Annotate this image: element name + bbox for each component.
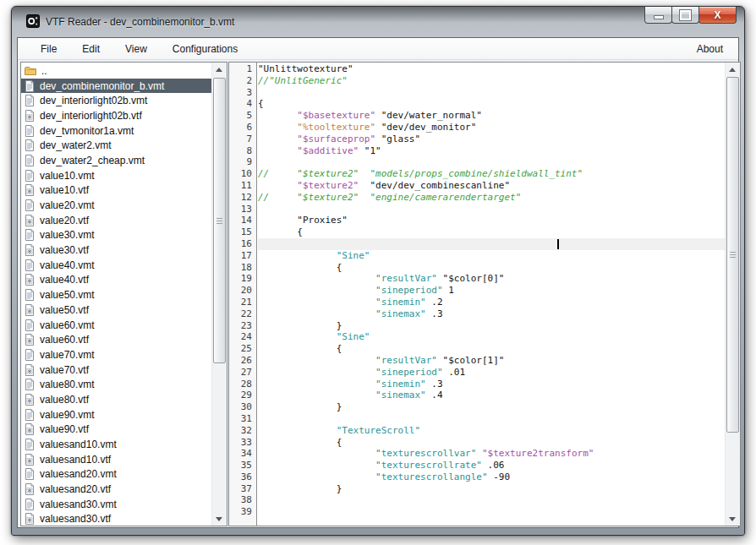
- file-name-label: valuesand30.vmt: [40, 499, 117, 510]
- list-item[interactable]: value40.vtf: [21, 273, 212, 288]
- list-item[interactable]: valuesand20.vtf: [21, 482, 212, 497]
- list-item[interactable]: value10.vtf: [21, 183, 212, 199]
- file-list-scroll-down-button[interactable]: [212, 512, 226, 526]
- list-item-parent-dir[interactable]: ..: [21, 63, 212, 79]
- content-area: ..dev_combinemonitor_b.vmtdev_interiorli…: [18, 60, 738, 527]
- editor-scroll-down-button[interactable]: [726, 512, 739, 526]
- list-item[interactable]: value70.vtf: [21, 362, 212, 378]
- code-line[interactable]: "resultVar" "$color[0]": [258, 273, 726, 285]
- list-item[interactable]: dev_interiorlight02b.vtf: [21, 108, 212, 123]
- file-name-label: value40.vmt: [40, 259, 95, 271]
- code-line[interactable]: "resultVar" "$color[1]": [258, 355, 726, 367]
- list-item[interactable]: value80.vmt: [21, 377, 212, 392]
- list-item[interactable]: valuesand20.vmt: [21, 467, 212, 482]
- list-item[interactable]: value50.vmt: [21, 287, 212, 302]
- code-line[interactable]: [258, 506, 726, 518]
- list-item[interactable]: valuesand10.vmt: [21, 437, 212, 452]
- list-item[interactable]: valuesand30.vtf: [21, 512, 212, 526]
- list-item[interactable]: valuesand30.vmt: [21, 497, 212, 512]
- code-line[interactable]: "Unlittwotexture": [258, 63, 726, 75]
- code-line[interactable]: // "$texture2" "models/props_combine/shi…: [258, 168, 726, 180]
- line-number: 13: [229, 204, 256, 215]
- list-item[interactable]: value60.vmt: [21, 318, 212, 333]
- code-line[interactable]: "sineperiod" .01: [258, 367, 726, 379]
- list-item[interactable]: value10.vmt: [21, 168, 212, 183]
- close-button[interactable]: X: [698, 7, 737, 24]
- code-line[interactable]: }: [258, 483, 726, 495]
- code-line[interactable]: "Proxies": [258, 215, 726, 226]
- code-line[interactable]: "sinemax" .4: [258, 390, 726, 401]
- list-item[interactable]: value40.vmt: [21, 258, 212, 273]
- code-line[interactable]: {: [258, 437, 726, 449]
- code-line[interactable]: }: [258, 401, 726, 413]
- code-line[interactable]: {: [258, 226, 726, 238]
- code-area[interactable]: "Unlittwotexture"//"UnlitGeneric"{ "$bas…: [258, 63, 726, 526]
- app-window: VTF Reader - dev_combinemonitor_b.vmt X …: [11, 6, 745, 536]
- menu-item-view[interactable]: View: [112, 40, 160, 58]
- editor-scrollbar-thumb[interactable]: [726, 77, 739, 433]
- menu-item-configurations[interactable]: Configurations: [160, 40, 250, 58]
- list-item[interactable]: value30.vtf: [21, 243, 212, 258]
- file-list-scrollbar[interactable]: [211, 63, 227, 526]
- list-item[interactable]: value20.vmt: [21, 198, 212, 213]
- code-line[interactable]: "Sine": [258, 250, 726, 262]
- code-line[interactable]: {: [258, 343, 726, 355]
- code-line[interactable]: "$texture2" "dev/dev_combinescanline": [258, 180, 726, 192]
- code-line[interactable]: "texturescrollangle" -90: [258, 471, 726, 483]
- code-line[interactable]: [258, 87, 726, 99]
- list-item[interactable]: value90.vtf: [21, 422, 212, 438]
- list-item[interactable]: dev_water2.vmt: [21, 138, 212, 153]
- list-item[interactable]: value80.vtf: [21, 392, 212, 407]
- menu-item-edit[interactable]: Edit: [69, 40, 112, 58]
- maximize-button[interactable]: [671, 7, 699, 24]
- title-bar[interactable]: VTF Reader - dev_combinemonitor_b.vmt X: [12, 7, 744, 37]
- code-line[interactable]: [258, 413, 726, 425]
- file-list[interactable]: ..dev_combinemonitor_b.vmtdev_interiorli…: [21, 63, 212, 526]
- code-line[interactable]: [258, 494, 726, 506]
- code-line[interactable]: [258, 238, 726, 250]
- list-item[interactable]: value50.vtf: [21, 302, 212, 318]
- list-item[interactable]: value60.vtf: [21, 332, 212, 347]
- list-item[interactable]: dev_water2_cheap.vmt: [21, 153, 212, 168]
- code-line[interactable]: "%tooltexture" "dev/dev_monitor": [258, 122, 726, 134]
- editor-scrollbar[interactable]: [725, 63, 740, 526]
- code-line[interactable]: "sinemax" .3: [258, 308, 726, 320]
- code-line[interactable]: "sinemin" .3: [258, 379, 726, 390]
- menu-item-file[interactable]: File: [28, 40, 69, 58]
- code-line[interactable]: {: [258, 98, 726, 110]
- file-list-scrollbar-thumb[interactable]: [213, 78, 226, 363]
- code-line[interactable]: "TextureScroll": [258, 425, 726, 437]
- code-line[interactable]: "$surfaceprop" "glass": [258, 134, 726, 145]
- code-line[interactable]: // "$texture2" "engine/camerarendertarge…: [258, 192, 726, 204]
- code-line[interactable]: "texturescrollrate" .06: [258, 460, 726, 471]
- code-line[interactable]: "Sine": [258, 331, 726, 343]
- list-item[interactable]: value20.vtf: [21, 213, 212, 228]
- code-line[interactable]: "sinemin" .2: [258, 297, 726, 308]
- code-line[interactable]: {: [258, 262, 726, 274]
- minimize-button[interactable]: [644, 7, 672, 24]
- file-list-scroll-up-button[interactable]: [212, 63, 226, 76]
- code-line[interactable]: "sineperiod" 1: [258, 285, 726, 297]
- code-line[interactable]: "$additive" "1": [258, 145, 726, 157]
- list-item[interactable]: dev_interiorlight02b.vmt: [21, 93, 212, 108]
- line-number: 36: [229, 471, 256, 483]
- code-line[interactable]: "texturescrollvar" "$texture2transform": [258, 448, 726, 460]
- menu-item-about[interactable]: About: [682, 40, 738, 58]
- line-number: 12: [229, 192, 256, 204]
- list-item[interactable]: dev_combinemonitor_b.vmt: [21, 79, 212, 94]
- code-line[interactable]: [258, 204, 726, 215]
- list-item[interactable]: valuesand10.vtf: [21, 452, 212, 467]
- editor-scroll-up-button[interactable]: [726, 63, 739, 76]
- list-item[interactable]: value30.vmt: [21, 228, 212, 243]
- list-item[interactable]: value70.vmt: [21, 347, 212, 362]
- code-line[interactable]: "$basetexture" "dev/water_normal": [258, 110, 726, 122]
- line-number: 20: [229, 285, 256, 297]
- file-name-label: value40.vtf: [40, 274, 89, 286]
- code-line[interactable]: }: [258, 320, 726, 332]
- list-item[interactable]: dev_tvmonitor1a.vmt: [21, 123, 212, 139]
- list-item[interactable]: value90.vmt: [21, 407, 212, 422]
- menu-bar: File Edit View Configurations About: [18, 38, 738, 60]
- code-line[interactable]: [258, 156, 726, 168]
- vtf-file-icon: [25, 513, 35, 525]
- code-line[interactable]: //"UnlitGeneric": [258, 75, 726, 87]
